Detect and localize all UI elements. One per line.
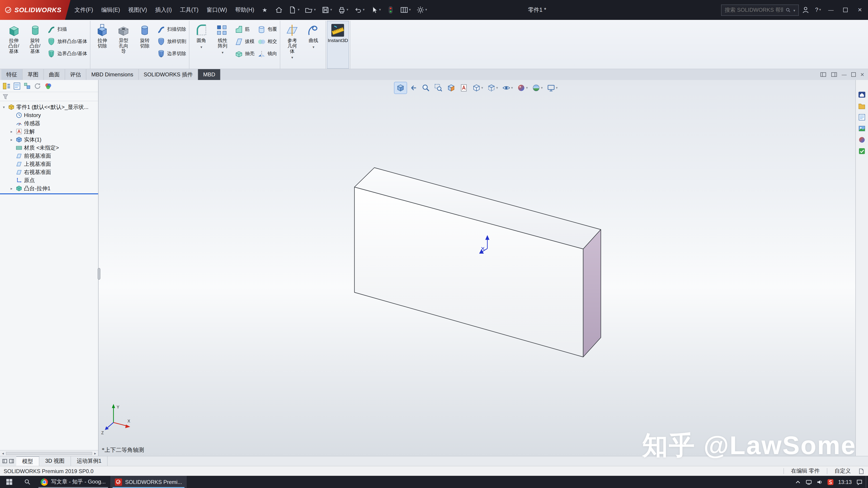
tree-item-sensors[interactable]: 传感器 <box>0 119 98 127</box>
boundary-cut-button[interactable]: 边界切除 <box>157 49 186 58</box>
tab-addins[interactable]: SOLIDWORKS 插件 <box>138 69 198 80</box>
menu-insert[interactable]: 插入(I) <box>151 0 176 20</box>
doc-tab-3d-views[interactable]: 3D 视图 <box>39 456 71 466</box>
minimize-button[interactable] <box>824 0 838 20</box>
status-sheet-icon[interactable] <box>858 468 864 474</box>
curves-button[interactable]: 曲线 <box>303 21 324 68</box>
input-method-icon[interactable] <box>827 479 834 485</box>
expand-arrow-icon[interactable] <box>9 129 14 133</box>
hole-wizard-button[interactable]: 异型 孔向 导 <box>113 21 134 68</box>
zoom-to-area-button[interactable] <box>420 82 432 94</box>
mirror-button[interactable]: 镜向 <box>257 49 277 58</box>
view-settings-button[interactable] <box>545 82 559 94</box>
tree-item-solid-bodies[interactable]: 实体(1) <box>0 135 98 144</box>
linear-pattern-caret-icon[interactable] <box>222 50 223 55</box>
tree-item-boss-extrude1[interactable]: 凸台-拉伸1 <box>0 184 98 193</box>
menu-view[interactable]: 视图(V) <box>124 0 151 20</box>
panel-splitter-handle[interactable] <box>98 268 100 280</box>
volume-icon[interactable] <box>816 479 823 485</box>
display-icon[interactable] <box>806 479 812 485</box>
extruded-box-part[interactable] <box>354 168 601 357</box>
search-icon[interactable] <box>785 7 791 13</box>
tree-item-front-plane[interactable]: 前视基准面 <box>0 152 98 160</box>
tab-sketch[interactable]: 草图 <box>23 69 44 80</box>
doc-tab-model[interactable]: 模型 <box>16 456 39 466</box>
revolve-cut-button[interactable]: 旋转 切除 <box>134 21 156 68</box>
scrollbar-thumb[interactable] <box>6 452 92 455</box>
select-tool-button[interactable] <box>367 0 383 20</box>
graphics-viewport[interactable]: Y X Z *上下二等角轴测 <box>98 80 855 456</box>
apply-scene-button[interactable] <box>530 82 545 94</box>
extrude-cut-button[interactable]: 拉伸 切除 <box>92 21 113 68</box>
scroll-right-icon[interactable] <box>94 452 97 455</box>
tree-item-origin[interactable]: 原点 <box>0 176 98 184</box>
options-button[interactable] <box>413 0 430 20</box>
file-explorer-icon[interactable] <box>858 113 866 121</box>
tab-evaluate[interactable]: 评估 <box>65 69 86 80</box>
doc-minimize-button[interactable] <box>842 72 847 77</box>
tree-horizontal-scrollbar[interactable] <box>0 450 98 456</box>
start-button[interactable] <box>0 476 18 488</box>
expand-arrow-icon[interactable] <box>9 138 14 142</box>
undo-button[interactable] <box>351 0 367 20</box>
shell-button[interactable]: 抽壳 <box>235 49 254 58</box>
curves-caret-icon[interactable] <box>313 44 314 50</box>
section-view-button[interactable] <box>445 82 457 94</box>
menu-window[interactable]: 窗口(W) <box>203 0 231 20</box>
menu-file[interactable]: 文件(F) <box>70 0 97 20</box>
model-canvas[interactable]: Y X Z <box>98 80 855 456</box>
previous-view-button[interactable] <box>407 82 419 94</box>
home-button[interactable] <box>272 0 286 20</box>
scroll-left-icon[interactable] <box>1 452 4 455</box>
expand-arrow-icon[interactable] <box>1 105 6 109</box>
display-style-button[interactable] <box>485 82 500 94</box>
view-orientation-button[interactable] <box>470 82 485 94</box>
wrap-button[interactable]: 包覆 <box>257 25 277 34</box>
fillet-button[interactable]: 圆角 <box>191 21 212 68</box>
pin-menu-icon[interactable] <box>258 7 272 13</box>
doc-close-button[interactable] <box>860 72 864 77</box>
doc-tab-motion-study[interactable]: 运动算例1 <box>71 456 107 466</box>
pane-2-icon[interactable] <box>9 459 14 464</box>
menu-help[interactable]: 帮助(H) <box>231 0 258 20</box>
print-button[interactable] <box>335 0 351 20</box>
tab-features[interactable]: 特征 <box>1 69 23 80</box>
close-button[interactable] <box>852 0 867 20</box>
tree-item-part-root[interactable]: 零件1 (默认<<默认>_显示状... <box>0 103 98 111</box>
displaymanager-tab-icon[interactable] <box>44 82 53 90</box>
sweep-cut-button[interactable]: 扫描切除 <box>157 25 186 34</box>
expand-arrow-icon[interactable] <box>9 186 14 191</box>
open-button[interactable] <box>302 0 318 20</box>
instant3d-button[interactable]: Instant3D <box>327 21 348 68</box>
extrude-boss-button[interactable]: 拉伸 凸台/ 基体 <box>3 21 24 68</box>
new-document-button[interactable] <box>286 0 302 20</box>
filter-funnel-icon[interactable] <box>2 93 8 100</box>
search-caret-icon[interactable] <box>794 7 795 13</box>
featuremanager-tab-icon[interactable] <box>2 82 11 90</box>
draft-button[interactable]: 拔模 <box>235 37 254 46</box>
menu-tools[interactable]: 工具(T) <box>176 0 203 20</box>
solidworks-resources-icon[interactable] <box>858 91 866 98</box>
view-palette-icon[interactable] <box>858 125 866 132</box>
tree-item-annotations[interactable]: 注解 <box>0 127 98 135</box>
pane-icon[interactable] <box>2 459 7 464</box>
design-library-icon[interactable] <box>858 102 866 110</box>
tree-item-material[interactable]: 材质 <未指定> <box>0 144 98 152</box>
fillet-caret-icon[interactable] <box>200 44 202 50</box>
clock[interactable]: 13:13 <box>838 479 852 485</box>
zoom-to-fit-button[interactable] <box>395 82 407 94</box>
hide-show-items-button[interactable] <box>500 82 515 94</box>
search-input[interactable] <box>725 7 783 13</box>
tab-mbd-dimensions[interactable]: MBD Dimensions <box>86 69 138 80</box>
zoom-region-button[interactable] <box>432 82 445 94</box>
dimxpertmanager-tab-icon[interactable] <box>33 82 42 90</box>
loft-cut-button[interactable]: 放样切割 <box>157 37 186 46</box>
save-button[interactable] <box>318 0 335 20</box>
chevron-up-icon[interactable] <box>795 479 801 485</box>
intersect-button[interactable]: 相交 <box>257 37 277 46</box>
reference-geometry-button[interactable]: 参考 几何 体 <box>282 21 303 68</box>
linear-pattern-button[interactable]: 线性 阵列 <box>212 21 233 68</box>
rollback-bar[interactable] <box>0 193 98 194</box>
action-center-icon[interactable] <box>856 479 863 485</box>
customize-label[interactable]: 自定义 <box>835 467 851 475</box>
